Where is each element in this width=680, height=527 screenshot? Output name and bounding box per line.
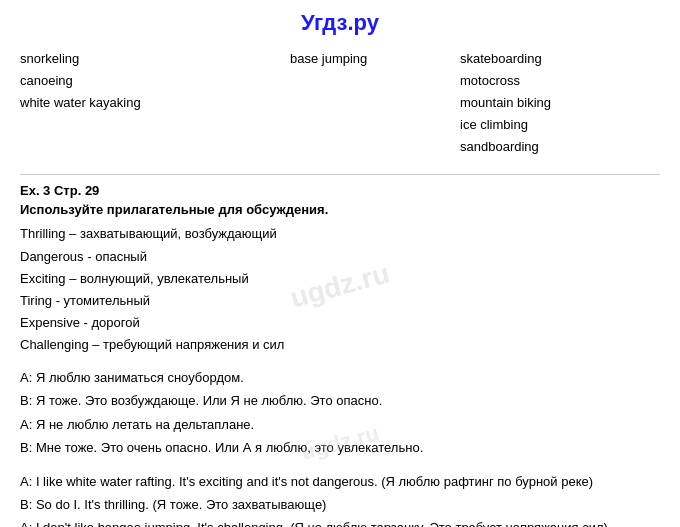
- sports-col-1: snorkeling canoeing white water kayaking: [20, 48, 280, 158]
- sports-col-3: skateboarding motocross mountain biking …: [460, 48, 660, 158]
- adjectives-list: Thrilling – захватывающий, возбуждающий …: [20, 223, 660, 356]
- site-title: Угдз.ру: [20, 10, 660, 36]
- sports-col-2: base jumping: [280, 48, 460, 158]
- adjective-item: Expensive - дорогой: [20, 312, 660, 334]
- dialogue-line: B: So do I. It's thrilling. (Я тоже. Это…: [20, 493, 660, 516]
- sport-item: ice climbing: [460, 114, 660, 136]
- sport-item: mountain biking: [460, 92, 660, 114]
- sport-item: motocross: [460, 70, 660, 92]
- divider: [20, 174, 660, 175]
- sport-item: canoeing: [20, 70, 280, 92]
- dialogue-line: А: Я не люблю летать на дельтаплане.: [20, 413, 660, 436]
- adjective-item: Exciting – волнующий, увлекательный: [20, 268, 660, 290]
- sport-item: snorkeling: [20, 48, 280, 70]
- adjective-item: Challenging – требующий напряжения и сил: [20, 334, 660, 356]
- exercise-instruction: Используйте прилагательные для обсуждени…: [20, 202, 660, 217]
- sport-item: skateboarding: [460, 48, 660, 70]
- dialogue-line: В: Мне тоже. Это очень опасно. Или А я л…: [20, 436, 660, 459]
- adjective-item: Thrilling – захватывающий, возбуждающий: [20, 223, 660, 245]
- sports-section: snorkeling canoeing white water kayaking…: [20, 48, 660, 158]
- dialogue-line: A: I like white water rafting. It's exci…: [20, 470, 660, 493]
- sport-item: white water kayaking: [20, 92, 280, 114]
- dialogue-line: А: Я люблю заниматься сноубордом.: [20, 366, 660, 389]
- adjective-item: Dangerous - опасный: [20, 246, 660, 268]
- dialogue-section-ru: А: Я люблю заниматься сноубордом. В: Я т…: [20, 366, 660, 460]
- dialogue-line: В: Я тоже. Это возбуждающе. Или Я не люб…: [20, 389, 660, 412]
- dialogue-line: A: I don't like bangee jumping. It's cha…: [20, 516, 660, 527]
- adjective-item: Tiring - утомительный: [20, 290, 660, 312]
- sport-item: base jumping: [290, 48, 460, 70]
- sport-item: sandboarding: [460, 136, 660, 158]
- exercise-area: Ex. 3 Стр. 29 Используйте прилагательные…: [20, 183, 660, 356]
- dialogue-section-en: A: I like white water rafting. It's exci…: [20, 470, 660, 527]
- exercise-header: Ex. 3 Стр. 29: [20, 183, 660, 198]
